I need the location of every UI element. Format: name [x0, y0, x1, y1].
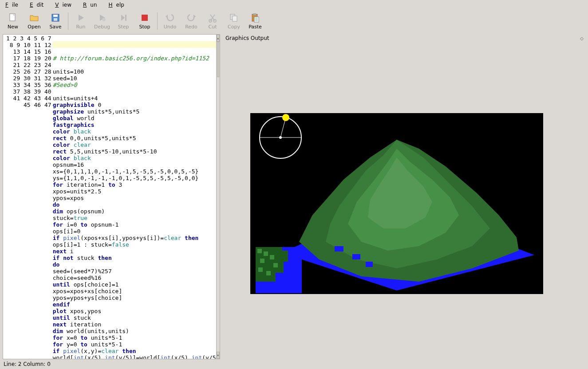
svg-rect-47 [258, 267, 263, 272]
copy-button: Copy [224, 12, 244, 31]
cut-button: Cut [202, 12, 223, 31]
menu-bar: File Edit View Run Help [0, 0, 588, 10]
redo-button: Redo [181, 12, 201, 31]
svg-marker-12 [193, 15, 196, 18]
svg-marker-11 [166, 15, 168, 18]
undo-button: Undo [160, 12, 180, 31]
detach-icon[interactable]: ◇ [580, 36, 584, 41]
svg-rect-33 [335, 246, 343, 251]
code-editor[interactable]: 1 2 3 4 5 6 7 8 9 10 11 12 13 14 15 16 1… [3, 34, 220, 359]
cut-icon [207, 12, 218, 23]
svg-rect-35 [366, 262, 373, 267]
separator [68, 12, 68, 30]
svg-rect-10 [142, 15, 148, 21]
svg-marker-5 [79, 15, 84, 21]
run-button: Run [71, 12, 91, 31]
main-area: 1 2 3 4 5 6 7 8 9 10 11 12 13 14 15 16 1… [0, 32, 588, 359]
open-icon [29, 12, 39, 23]
active-line-highlight [53, 41, 216, 48]
save-button[interactable]: Save [45, 12, 66, 31]
menu-view[interactable]: View [51, 1, 79, 9]
copy-icon [229, 12, 239, 23]
svg-rect-44 [264, 251, 268, 256]
step-button: Step [113, 12, 134, 31]
svg-rect-18 [253, 13, 256, 15]
separator [157, 12, 158, 30]
svg-rect-34 [352, 254, 360, 259]
menu-file[interactable]: File [2, 1, 25, 9]
svg-rect-49 [273, 263, 278, 267]
paste-button[interactable]: Paste [245, 12, 265, 31]
vertical-scrollbar[interactable]: ▴ ▾ [216, 35, 220, 359]
redo-icon [186, 12, 197, 23]
cursor-position: Line: 2 Column: 0 [4, 361, 51, 367]
menu-edit[interactable]: Edit [26, 1, 51, 9]
debug-icon [97, 12, 107, 23]
svg-rect-4 [54, 18, 57, 21]
svg-point-27 [282, 114, 289, 121]
open-button[interactable]: Open [24, 12, 44, 31]
save-icon [50, 12, 61, 23]
stop-button[interactable]: Stop [134, 12, 155, 31]
menu-run[interactable]: Run [79, 1, 104, 9]
toolbar: New Open Save Run Debug Step Stop [0, 10, 588, 32]
status-bar: Line: 2 Column: 0 [0, 359, 588, 369]
graphics-area [224, 42, 585, 359]
svg-rect-43 [257, 249, 262, 253]
menu-help[interactable]: Help [105, 1, 131, 9]
graphics-title: Graphics Output [225, 35, 269, 41]
svg-rect-9 [125, 15, 126, 21]
svg-marker-8 [121, 15, 125, 21]
debug-button: Debug [92, 12, 112, 31]
scroll-down-button[interactable]: ▾ [217, 352, 220, 359]
svg-rect-46 [270, 255, 274, 259]
stop-icon [139, 12, 150, 23]
svg-rect-16 [233, 16, 237, 21]
run-icon [75, 12, 86, 23]
svg-rect-48 [266, 271, 271, 275]
code-area[interactable]: # http://forum.basic256.org/index.php?id… [53, 35, 216, 359]
scroll-up-button[interactable]: ▴ [217, 35, 220, 42]
step-icon [118, 12, 129, 23]
svg-rect-45 [260, 259, 264, 263]
svg-point-7 [102, 18, 106, 21]
undo-icon [165, 12, 175, 23]
svg-rect-3 [53, 15, 58, 17]
paste-icon [250, 12, 260, 23]
scrollbar-thumb[interactable] [217, 42, 219, 77]
new-button[interactable]: New [3, 12, 23, 31]
graphics-panel: Graphics Output ◇ [224, 34, 585, 359]
svg-rect-37 [490, 251, 498, 255]
svg-rect-42 [275, 251, 288, 262]
line-gutter: 1 2 3 4 5 6 7 8 9 10 11 12 13 14 15 16 1… [3, 35, 53, 359]
new-icon [8, 12, 18, 23]
graphics-canvas [250, 113, 543, 294]
svg-rect-36 [459, 262, 467, 266]
